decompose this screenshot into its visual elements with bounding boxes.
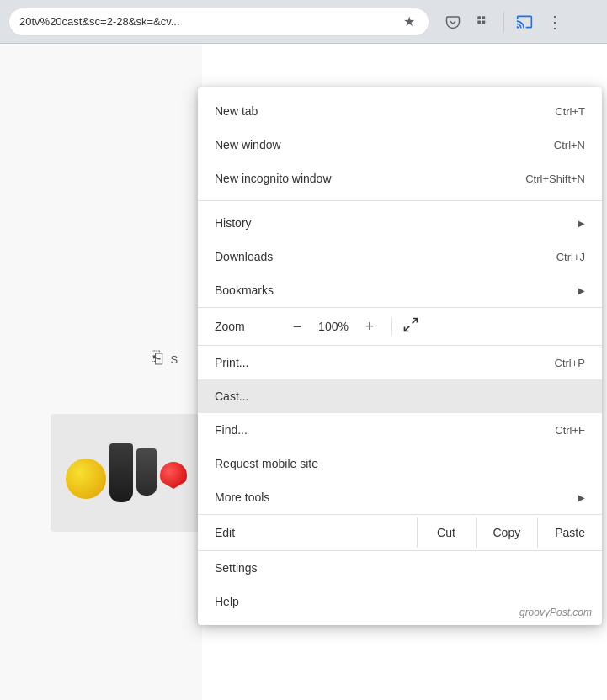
zoom-row: Zoom − 100% + xyxy=(198,307,602,346)
menu-item-cast[interactable]: Cast... xyxy=(198,379,602,413)
extensions-button[interactable] xyxy=(470,8,497,35)
fullscreen-button[interactable] xyxy=(399,313,423,340)
menu-item-new-incognito[interactable]: New incognito window Ctrl+Shift+N xyxy=(198,162,602,195)
svg-line-6 xyxy=(413,319,418,324)
svg-rect-3 xyxy=(482,20,486,24)
zoom-out-button[interactable]: − xyxy=(282,314,312,339)
product-image-area xyxy=(51,414,202,532)
more-tools-arrow-icon xyxy=(578,491,585,503)
menu-group-2: History Downloads Ctrl+J Bookmarks xyxy=(198,206,602,307)
paste-button[interactable]: Paste xyxy=(537,517,602,548)
menu-item-find[interactable]: Find... Ctrl+F xyxy=(198,413,602,447)
chromecast-red xyxy=(160,462,187,489)
menu-item-downloads[interactable]: Downloads Ctrl+J xyxy=(198,240,602,273)
zoom-label: Zoom xyxy=(215,320,282,333)
watermark: groovyPost.com xyxy=(519,607,592,618)
menu-divider-1 xyxy=(198,200,602,201)
chromecast-devices xyxy=(66,443,187,502)
page-content: ⎗ S New tab Ctrl+T xyxy=(0,44,607,700)
zoom-in-button[interactable]: + xyxy=(354,314,385,339)
cut-button[interactable]: Cut xyxy=(417,517,476,548)
menu-item-request-mobile[interactable]: Request mobile site xyxy=(198,447,602,480)
chromecast-yellow xyxy=(66,459,106,499)
chrome-menu-button[interactable]: ⋮ xyxy=(541,8,568,35)
edit-row: Edit Cut Copy Paste xyxy=(198,514,602,551)
zoom-minus-icon: − xyxy=(293,318,302,336)
menu-item-print[interactable]: Print... Ctrl+P xyxy=(198,346,602,379)
chromecast-black-1 xyxy=(109,443,133,502)
bookmark-star-icon[interactable] xyxy=(400,10,418,33)
three-dots-icon: ⋮ xyxy=(546,13,563,30)
address-bar[interactable]: 20tv%20cast&sc=2-28&sk=&cv... xyxy=(8,8,429,36)
chrome-dropdown-menu: New tab Ctrl+T New window Ctrl+N New inc… xyxy=(198,88,602,625)
zoom-plus-icon: + xyxy=(365,318,375,336)
history-arrow-icon xyxy=(578,217,585,229)
menu-group-1: New tab Ctrl+T New window Ctrl+N New inc… xyxy=(198,94,602,195)
copy-button[interactable]: Copy xyxy=(476,517,538,548)
menu-item-settings[interactable]: Settings xyxy=(198,551,602,585)
edit-label: Edit xyxy=(198,517,417,548)
cast-button[interactable] xyxy=(511,8,538,35)
menu-item-new-tab[interactable]: New tab Ctrl+T xyxy=(198,94,602,128)
page-background: ⎗ S xyxy=(0,44,202,700)
toolbar-divider xyxy=(503,12,504,32)
menu-group-3: Print... Ctrl+P Cast... Find... Ctrl+F R… xyxy=(198,346,602,514)
chromecast-black-2 xyxy=(136,448,157,496)
zoom-value: 100% xyxy=(312,320,354,333)
address-text: 20tv%20cast&sc=2-28&sk=&cv... xyxy=(19,15,393,28)
zoom-controls: − 100% + xyxy=(282,313,585,340)
share-icon-area: ⎗ S xyxy=(152,347,178,369)
share-icon: ⎗ xyxy=(152,347,162,368)
menu-item-more-tools[interactable]: More tools xyxy=(198,480,602,514)
bookmarks-arrow-icon xyxy=(578,284,585,296)
pocket-button[interactable] xyxy=(439,8,466,35)
toolbar-icons: ⋮ xyxy=(439,8,568,35)
menu-item-new-window[interactable]: New window Ctrl+N xyxy=(198,128,602,162)
svg-rect-0 xyxy=(477,16,481,19)
svg-line-7 xyxy=(405,326,410,331)
menu-item-history[interactable]: History xyxy=(198,206,602,240)
browser-chrome: 20tv%20cast&sc=2-28&sk=&cv... xyxy=(0,0,607,44)
svg-rect-2 xyxy=(477,20,481,24)
zoom-divider xyxy=(391,318,392,335)
menu-item-bookmarks[interactable]: Bookmarks xyxy=(198,273,602,307)
svg-rect-1 xyxy=(482,16,486,19)
